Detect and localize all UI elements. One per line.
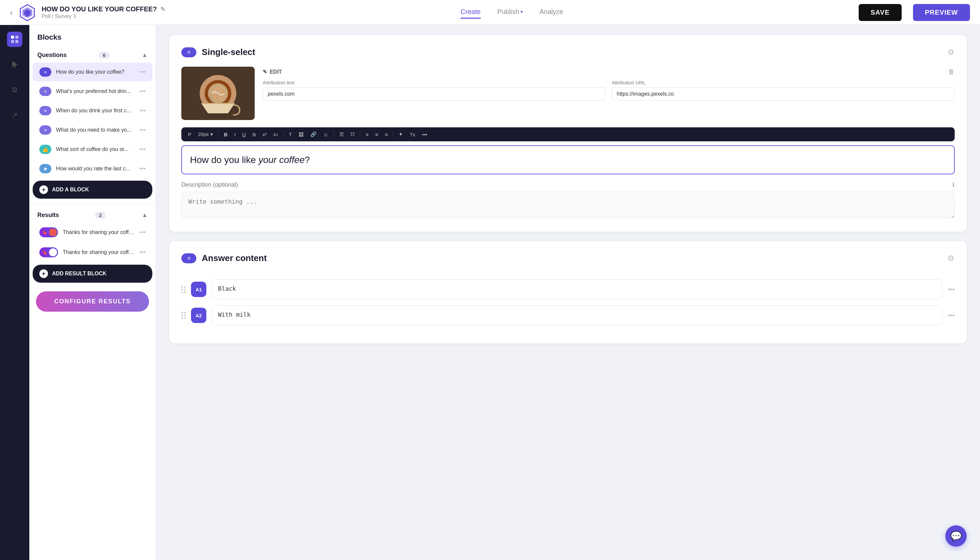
sidebar-item-settings[interactable]: ⚙ [7, 82, 22, 98]
block-item-q2[interactable]: ≡ What's your preferred hot drin... ••• [33, 82, 152, 101]
description-label: Description (optional) [181, 181, 238, 188]
nav-tabs: Create Publish Analyze [461, 6, 563, 19]
answer-spacer [181, 273, 955, 279]
add-result-label: ADD RESULT BLOCK [52, 271, 106, 277]
toolbar-ordered-list[interactable]: ☷ [348, 130, 357, 139]
toolbar-align-center[interactable]: ≡ [373, 130, 381, 139]
toolbar-align-right[interactable]: ≡ [382, 130, 391, 139]
toolbar-italic[interactable]: I [232, 130, 238, 139]
description-input[interactable] [181, 192, 955, 218]
sidebar-item-share[interactable]: ↗ [7, 108, 22, 123]
add-result-button[interactable]: + ADD RESULT BLOCK [33, 265, 152, 283]
drag-handle-a1[interactable] [181, 286, 186, 293]
block-item-q5[interactable]: 👍 What sort of coffee do you or... ••• [33, 140, 152, 159]
attribution-row: Attribution text Attribution URL [263, 80, 955, 101]
toolbar-paragraph[interactable]: P [185, 130, 194, 139]
edit-title-icon[interactable]: ✎ [160, 6, 165, 13]
info-icon: ℹ [74, 13, 76, 19]
description-info-icon: ℹ [952, 181, 955, 188]
answer-card: ≡ Answer content ⚙ A1 ••• [169, 241, 967, 343]
toolbar-more[interactable]: ••• [419, 130, 430, 139]
blocks-panel: Blocks Questions 6 ▲ ≡ How do you like y… [29, 25, 156, 560]
block-item-q6[interactable]: ★ How would you rate the last c... ••• [33, 159, 152, 178]
result-menu-r1[interactable]: ••• [139, 229, 146, 236]
toolbar-image-insert[interactable]: 🖼 [296, 130, 306, 139]
sidebar-item-pointer[interactable] [7, 57, 22, 72]
toolbar-link[interactable]: 🔗 [308, 130, 319, 139]
back-icon[interactable]: ‹ [10, 7, 13, 18]
edit-image-button[interactable]: ✎ EDIT [263, 69, 282, 75]
answer-card-settings-icon[interactable]: ⚙ [947, 254, 955, 263]
add-result-plus-icon: + [39, 269, 48, 278]
card-settings-icon[interactable]: ⚙ [947, 48, 955, 57]
block-menu-q1[interactable]: ••• [139, 69, 146, 76]
result-menu-r2[interactable]: ••• [139, 249, 146, 256]
toolbar-text-color[interactable]: T [286, 130, 295, 139]
block-menu-q2[interactable]: ••• [139, 88, 146, 95]
block-item-q3[interactable]: ≡ When do you drink your first c... ••• [33, 101, 152, 120]
toolbar-subscript[interactable]: x₂ [271, 130, 281, 139]
results-label: Results [37, 212, 59, 219]
block-menu-q3[interactable]: ••• [139, 107, 146, 114]
result-item-r2[interactable]: 🔖 Thanks for sharing your coffe... ••• [33, 243, 152, 262]
block-icon-q5: 👍 [39, 145, 51, 154]
toolbar-strikethrough[interactable]: S [250, 130, 259, 139]
answer-card-title-group: ≡ Answer content [181, 253, 267, 263]
toolbar-superscript[interactable]: x² [260, 130, 270, 139]
block-text-q2: What's your preferred hot drin... [56, 88, 135, 94]
answer-card-title: Answer content [202, 253, 267, 263]
sidebar-left: ⚙ ↗ [0, 25, 29, 560]
drag-handle-a2[interactable] [181, 312, 186, 319]
block-item-q4[interactable]: ≡ What do you need to make yo... ••• [33, 121, 152, 139]
block-menu-q4[interactable]: ••• [139, 127, 146, 134]
toolbar-bold[interactable]: B [221, 130, 230, 139]
configure-results-button[interactable]: CONFIGURE RESULTS [36, 291, 149, 312]
tab-create[interactable]: Create [461, 6, 481, 19]
toolbar-unordered-list[interactable]: ☰ [337, 130, 346, 139]
add-block-plus-icon: + [39, 185, 48, 194]
questions-count: 6 [99, 52, 109, 59]
block-text-q4: What do you need to make yo... [56, 127, 135, 133]
pencil-edit-icon: ✎ [263, 69, 267, 75]
chat-bubble[interactable]: 💬 [945, 525, 967, 547]
block-menu-q5[interactable]: ••• [139, 146, 146, 153]
answer-more-a2[interactable]: ••• [948, 312, 955, 319]
block-text-q5: What sort of coffee do you or... [56, 146, 135, 152]
survey-image [181, 67, 255, 120]
answer-input-a1[interactable] [212, 279, 942, 299]
attribution-url-input[interactable] [612, 87, 955, 101]
results-collapse[interactable]: ▲ [142, 212, 148, 219]
attribution-text-input[interactable] [263, 87, 606, 101]
toolbar-underline[interactable]: U [240, 130, 249, 139]
tab-analyze[interactable]: Analyze [539, 6, 563, 19]
answer-badge-a2: A2 [191, 308, 206, 323]
block-menu-q6[interactable]: ••• [139, 165, 146, 172]
attribution-text-label: Attribution text [263, 80, 606, 85]
block-icon-q1: ≡ [39, 67, 51, 77]
answer-more-a1[interactable]: ••• [948, 286, 955, 293]
delete-image-button[interactable]: 🗑 [948, 68, 955, 76]
topnav: ‹ HOW DO YOU LIKE YOUR COFFEE? ✎ Poll / … [0, 0, 980, 25]
toolbar-sep-5 [393, 131, 393, 138]
toolbar-special[interactable]: ✦ [396, 130, 406, 139]
tab-publish[interactable]: Publish [497, 6, 523, 19]
result-item-r1[interactable]: 🔖 Thanks for sharing your coffe... ••• [33, 223, 152, 242]
panel-divider [29, 203, 156, 204]
svg-rect-5 [11, 40, 14, 43]
toolbar-emoji[interactable]: ☺ [321, 130, 331, 139]
answer-input-a2[interactable] [212, 305, 942, 325]
toolbar-align-left[interactable]: ≡ [363, 130, 371, 139]
preview-button[interactable]: PREVIEW [913, 4, 970, 21]
description-header: Description (optional) ℹ [181, 181, 955, 188]
survey-type: Poll / Survey ℹ [42, 13, 165, 19]
toolbar-format[interactable]: Tx [407, 130, 418, 139]
image-meta: ✎ EDIT 🗑 Attribution text Attribution UR… [263, 67, 955, 101]
sidebar-item-blocks[interactable] [7, 32, 22, 47]
add-block-button[interactable]: + ADD A BLOCK [33, 181, 152, 199]
block-item-q1[interactable]: ≡ How do you like your coffee? ••• [33, 63, 152, 81]
question-text-input[interactable]: How do you like your coffee? [181, 145, 955, 174]
save-button[interactable]: SAVE [859, 4, 902, 21]
blocks-panel-title: Blocks [29, 33, 156, 48]
questions-collapse[interactable]: ▲ [142, 52, 148, 59]
toolbar-fontsize[interactable]: 20px ▾ [195, 130, 216, 139]
